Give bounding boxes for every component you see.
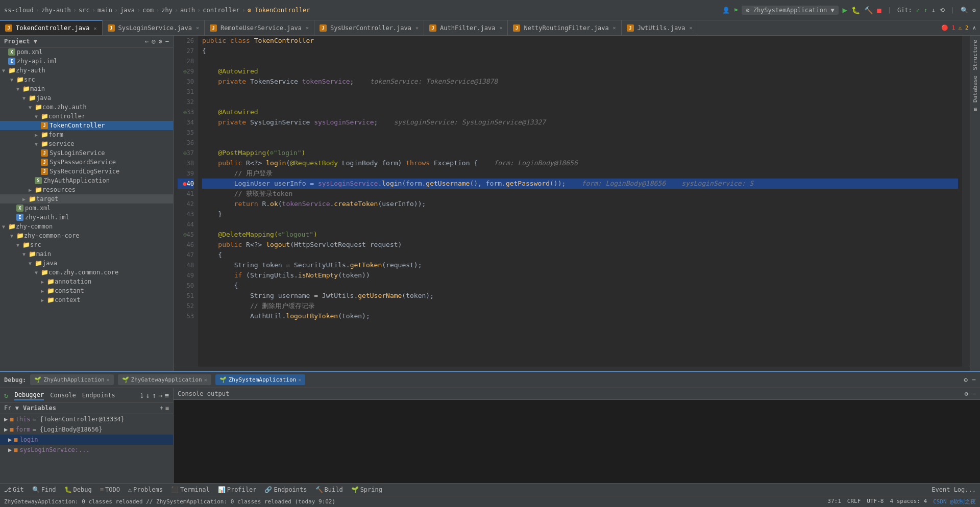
close-tab-af[interactable]: ✕ <box>499 25 502 31</box>
build-button[interactable]: 🔨 <box>864 6 873 14</box>
find-tool[interactable]: 🔍 Find <box>32 486 56 493</box>
cursor-position[interactable]: 37:1 <box>827 498 841 505</box>
tab-remote-user-service[interactable]: J RemoteUserService.java ✕ <box>205 20 314 36</box>
tab-auth-filter[interactable]: J AuthFilter.java ✕ <box>424 20 508 36</box>
git-check[interactable]: ✓ <box>916 7 920 14</box>
add-watch-icon[interactable]: + <box>160 404 163 412</box>
tree-item-zhy-common-core[interactable]: ▼ 📁 zhy-common-core <box>0 231 173 240</box>
console-minimize[interactable]: − <box>972 390 976 397</box>
search-button[interactable]: 🔍 <box>961 7 968 14</box>
tab-jwt-utils[interactable]: J JwtUtils.java ✕ <box>622 20 698 36</box>
close-tab-sls[interactable]: ✕ <box>196 25 199 31</box>
frame-selector[interactable]: Fr ▼ <box>4 404 19 412</box>
tree-item-controller[interactable]: ▼ 📁 controller <box>0 112 173 121</box>
var-item-login-highlighted[interactable]: ▶ ■ login <box>0 435 173 445</box>
csdn-link[interactable]: CSDN @软制之夜 <box>933 498 976 505</box>
tree-item-src2[interactable]: ▼ 📁 src <box>0 240 173 249</box>
tree-item-api-iml[interactable]: I zhy-api.iml <box>0 57 173 66</box>
debug-app-zhy-system[interactable]: 🌱 ZhySystemApplication ✕ <box>215 374 305 385</box>
run-button[interactable]: ▶ <box>843 5 848 15</box>
tree-item-sys-password-service[interactable]: J SysPasswordService <box>0 158 173 167</box>
terminal-tool[interactable]: ⬛ Terminal <box>171 486 210 493</box>
tree-item-service[interactable]: ▼ 📁 service <box>0 139 173 148</box>
close-app-tab[interactable]: ✕ <box>107 377 110 383</box>
git-update[interactable]: ⟲ <box>940 7 945 14</box>
tab-sys-login-service[interactable]: J SysLoginService.java ✕ <box>103 20 205 36</box>
profiler-tool[interactable]: 📊 Profiler <box>218 486 257 493</box>
git-tool[interactable]: ⎇ Git <box>4 486 24 493</box>
problems-tool[interactable]: ⚠ Problems <box>128 486 163 493</box>
close-tab-token[interactable]: ✕ <box>94 26 97 31</box>
var-item-form[interactable]: ▶ ■ form = {LoginBody@18656} <box>0 424 173 435</box>
spring-tool[interactable]: 🌱 Spring <box>351 486 382 493</box>
tree-item-form[interactable]: ▶ 📁 form <box>0 130 173 139</box>
tree-item-sys-login-service[interactable]: J SysLoginService <box>0 148 173 158</box>
tab-netty-routing[interactable]: J NettyRoutingFilter.java ✕ <box>508 20 621 36</box>
debug-tab-restart[interactable]: ↻ <box>4 391 8 399</box>
debugger-tab[interactable]: Debugger <box>14 390 44 400</box>
app-selector[interactable]: ⚙ ZhySystemApplication ▼ <box>742 6 838 15</box>
structure-tab[interactable]: Structure <box>971 38 979 72</box>
endpoints-tab[interactable]: Endpoints <box>82 392 115 399</box>
tree-item-resources[interactable]: ▶ 📁 resources <box>0 185 173 194</box>
step-out-icon[interactable]: ↑ <box>152 391 156 399</box>
tree-item-zhy-common[interactable]: ▼ 📁 zhy-common <box>0 222 173 231</box>
settings-button[interactable]: ⚙ <box>972 7 976 14</box>
endpoints-tool[interactable]: 🔗 Endpoints <box>264 486 307 493</box>
tree-item-sys-record-log[interactable]: J SysRecordLogService <box>0 167 173 176</box>
tree-item-main[interactable]: ▼ 📁 main <box>0 84 173 93</box>
tree-item-token-controller[interactable]: J TokenController <box>0 121 173 130</box>
tree-item-com-zhy-common[interactable]: ▼ 📁 com.zhy.common.core <box>0 268 173 277</box>
todo-tool[interactable]: ≡ TODO <box>100 486 120 493</box>
filter-icon[interactable]: ≡ <box>165 404 169 412</box>
debug-run-button[interactable]: 🐛 <box>851 6 860 14</box>
console-tab[interactable]: Console <box>50 392 76 399</box>
tree-item-com-zhy-auth[interactable]: ▼ 📁 com.zhy.auth <box>0 103 173 112</box>
tree-item-pom-auth[interactable]: X pom.xml <box>0 204 173 213</box>
git-arrow-up[interactable]: ↑ <box>924 7 927 14</box>
evaluate-icon[interactable]: ≡ <box>165 391 169 399</box>
close-tab-ju[interactable]: ✕ <box>690 25 693 31</box>
expand-var-login[interactable]: ▶ <box>8 436 12 443</box>
console-settings[interactable]: ⚙ <box>965 390 968 397</box>
expand-var-this[interactable]: ▶ <box>4 416 8 423</box>
step-into-icon[interactable]: ↓ <box>145 391 150 399</box>
tree-item-auth-iml[interactable]: I zhy-auth.iml <box>0 213 173 222</box>
tree-item-java[interactable]: ▼ 📁 java <box>0 93 173 103</box>
git-arrow-down[interactable]: ↓ <box>932 7 935 14</box>
tree-item-annotation[interactable]: ▶ 📁 annotation <box>0 277 173 286</box>
settings-icon[interactable]: ⚙ <box>159 38 162 45</box>
close-tab-rus[interactable]: ✕ <box>306 25 309 31</box>
debug-app-zhy-gateway[interactable]: 🌱 ZhyGatewayApplication ✕ <box>118 374 211 385</box>
expand-var-form[interactable]: ▶ <box>4 426 8 433</box>
code-editor[interactable]: 26 27 28 ◎29 30 31 32 ◎33 34 35 36 ◎37 3… <box>174 36 970 367</box>
step-over-icon[interactable]: ⤵ <box>140 391 143 399</box>
tree-item-main2[interactable]: ▼ 📁 main <box>0 249 173 259</box>
collapse-all-icon[interactable]: ⇐ <box>145 38 149 45</box>
debug-app-zhy-auth[interactable]: 🌱 ZhyAuthApplication ✕ <box>30 374 113 385</box>
tree-item-java2[interactable]: ▼ 📁 java <box>0 259 173 268</box>
build-tool[interactable]: 🔨 Build <box>315 486 343 493</box>
maven-tab[interactable]: m <box>971 106 979 113</box>
code-lines[interactable]: public class TokenController { @Autowire… <box>198 36 962 367</box>
tab-sys-user-controller[interactable]: J SysUserController.java ✕ <box>314 20 424 36</box>
var-item-this[interactable]: ▶ ■ this = {TokenController@13334} <box>0 414 173 424</box>
tree-item-zhy-auth[interactable]: ▼ 📁 zhy-auth <box>0 66 173 75</box>
indent-info[interactable]: 4 spaces: 4 <box>890 498 927 505</box>
tree-item-pom[interactable]: X pom.xml <box>0 47 173 57</box>
expand-var-sys[interactable]: ▶ <box>8 446 12 453</box>
debug-tool[interactable]: 🐛 Debug <box>64 486 92 493</box>
debug-settings-icon[interactable]: ⚙ <box>964 376 968 384</box>
line-ending[interactable]: CRLF <box>847 498 861 505</box>
event-log-tool[interactable]: Event Log... <box>932 486 976 493</box>
debug-minimize-icon[interactable]: − <box>972 376 976 384</box>
tree-item-constant[interactable]: ▶ 📁 constant <box>0 286 173 295</box>
database-tab[interactable]: Database <box>971 73 979 105</box>
stop-button[interactable]: ■ <box>877 6 881 14</box>
close-tab-suc[interactable]: ✕ <box>415 25 419 31</box>
tree-item-src[interactable]: ▼ 📁 src <box>0 75 173 84</box>
close-app-tab[interactable]: ✕ <box>204 377 207 383</box>
close-tab-nrf[interactable]: ✕ <box>613 25 616 31</box>
run-to-cursor[interactable]: → <box>158 391 162 399</box>
horizontal-scrollbar[interactable] <box>174 367 970 371</box>
